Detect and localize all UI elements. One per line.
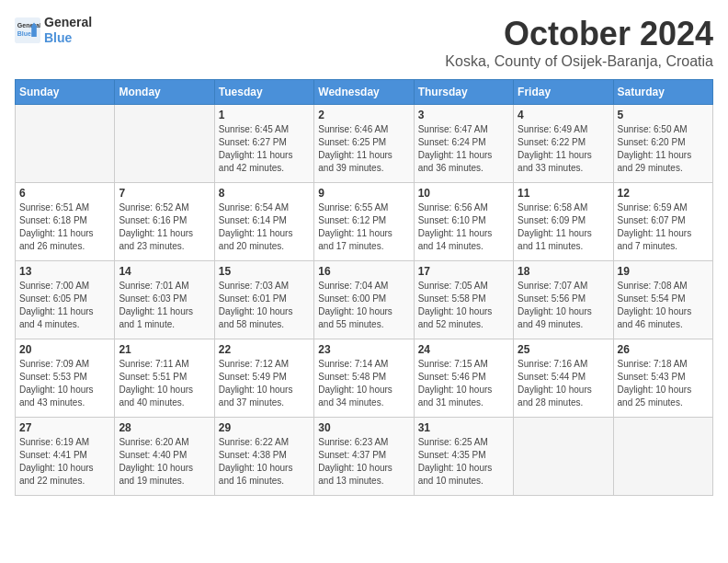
header-cell-saturday: Saturday [613, 80, 712, 105]
svg-text:Blue: Blue [17, 29, 31, 36]
day-number: 19 [618, 265, 709, 278]
calendar-cell: 5Sunrise: 6:50 AMSunset: 6:20 PMDaylight… [613, 105, 712, 183]
day-number: 23 [318, 343, 409, 356]
calendar-cell: 25Sunrise: 7:16 AMSunset: 5:44 PMDayligh… [514, 339, 613, 418]
calendar-cell: 4Sunrise: 6:49 AMSunset: 6:22 PMDaylight… [514, 105, 613, 183]
day-info: Sunrise: 6:25 AMSunset: 4:35 PMDaylight:… [418, 436, 509, 488]
day-number: 22 [219, 343, 310, 356]
calendar-body: 1Sunrise: 6:45 AMSunset: 6:27 PMDaylight… [16, 105, 713, 496]
day-info: Sunrise: 7:16 AMSunset: 5:44 PMDaylight:… [518, 358, 609, 409]
day-number: 12 [618, 187, 709, 200]
header-cell-thursday: Thursday [414, 80, 513, 105]
day-number: 10 [418, 187, 509, 200]
calendar-cell: 3Sunrise: 6:47 AMSunset: 6:24 PMDaylight… [414, 105, 513, 183]
calendar-cell: 21Sunrise: 7:11 AMSunset: 5:51 PMDayligh… [115, 339, 214, 418]
day-info: Sunrise: 7:12 AMSunset: 5:49 PMDaylight:… [219, 358, 310, 409]
subtitle: Koska, County of Osijek-Baranja, Croatia [445, 53, 713, 70]
day-info: Sunrise: 6:54 AMSunset: 6:14 PMDaylight:… [219, 201, 310, 253]
header-cell-monday: Monday [115, 80, 214, 105]
day-number: 17 [418, 265, 509, 278]
calendar-cell: 22Sunrise: 7:12 AMSunset: 5:49 PMDayligh… [214, 339, 313, 418]
day-number: 7 [119, 187, 210, 200]
day-number: 2 [318, 109, 409, 121]
header-cell-sunday: Sunday [16, 80, 115, 105]
day-info: Sunrise: 7:09 AMSunset: 5:53 PMDaylight:… [19, 358, 110, 409]
calendar-cell: 1Sunrise: 6:45 AMSunset: 6:27 PMDaylight… [214, 105, 313, 183]
day-info: Sunrise: 6:46 AMSunset: 6:25 PMDaylight:… [318, 123, 409, 175]
day-info: Sunrise: 7:00 AMSunset: 6:05 PMDaylight:… [19, 280, 110, 331]
day-info: Sunrise: 7:01 AMSunset: 6:03 PMDaylight:… [119, 280, 210, 331]
calendar-cell: 18Sunrise: 7:07 AMSunset: 5:56 PMDayligh… [514, 261, 613, 339]
calendar-table: SundayMondayTuesdayWednesdayThursdayFrid… [15, 79, 713, 496]
logo-line2: Blue [44, 30, 92, 46]
month-title: October 2024 [445, 15, 713, 53]
header-cell-wednesday: Wednesday [314, 80, 414, 105]
calendar-cell: 17Sunrise: 7:05 AMSunset: 5:58 PMDayligh… [414, 261, 513, 339]
day-info: Sunrise: 7:08 AMSunset: 5:54 PMDaylight:… [618, 280, 709, 331]
calendar-cell: 26Sunrise: 7:18 AMSunset: 5:43 PMDayligh… [613, 339, 712, 418]
day-number: 15 [219, 265, 310, 278]
day-info: Sunrise: 6:51 AMSunset: 6:18 PMDaylight:… [19, 201, 110, 253]
calendar-cell: 28Sunrise: 6:20 AMSunset: 4:40 PMDayligh… [115, 418, 214, 496]
day-number: 1 [219, 109, 310, 121]
day-number: 31 [418, 421, 509, 434]
day-number: 24 [418, 343, 509, 356]
calendar-cell [115, 105, 214, 183]
day-number: 4 [518, 109, 609, 121]
day-info: Sunrise: 6:59 AMSunset: 6:07 PMDaylight:… [618, 201, 709, 253]
day-info: Sunrise: 6:58 AMSunset: 6:09 PMDaylight:… [518, 201, 609, 253]
day-number: 3 [418, 109, 509, 121]
calendar-cell: 2Sunrise: 6:46 AMSunset: 6:25 PMDaylight… [314, 105, 414, 183]
calendar-cell: 16Sunrise: 7:04 AMSunset: 6:00 PMDayligh… [314, 261, 414, 339]
calendar-cell: 9Sunrise: 6:55 AMSunset: 6:12 PMDaylight… [314, 183, 414, 261]
page-header: General Blue General Blue October 2024 K… [15, 15, 713, 70]
day-info: Sunrise: 6:22 AMSunset: 4:38 PMDaylight:… [219, 436, 310, 488]
header-row: SundayMondayTuesdayWednesdayThursdayFrid… [16, 80, 713, 105]
calendar-cell: 29Sunrise: 6:22 AMSunset: 4:38 PMDayligh… [214, 418, 313, 496]
day-number: 18 [518, 265, 609, 278]
day-number: 20 [19, 343, 110, 356]
day-info: Sunrise: 6:47 AMSunset: 6:24 PMDaylight:… [418, 123, 509, 175]
day-number: 29 [219, 421, 310, 434]
day-number: 5 [618, 109, 709, 121]
day-number: 30 [318, 421, 409, 434]
logo-line1: General [44, 15, 92, 30]
calendar-cell [514, 418, 613, 496]
day-info: Sunrise: 6:49 AMSunset: 6:22 PMDaylight:… [518, 123, 609, 175]
day-info: Sunrise: 6:23 AMSunset: 4:37 PMDaylight:… [318, 436, 409, 488]
day-info: Sunrise: 7:14 AMSunset: 5:48 PMDaylight:… [318, 358, 409, 409]
day-info: Sunrise: 7:07 AMSunset: 5:56 PMDaylight:… [518, 280, 609, 331]
logo-icon: General Blue [15, 17, 40, 43]
header-cell-tuesday: Tuesday [214, 80, 313, 105]
week-row-3: 13Sunrise: 7:00 AMSunset: 6:05 PMDayligh… [16, 261, 713, 339]
calendar-cell: 6Sunrise: 6:51 AMSunset: 6:18 PMDaylight… [16, 183, 115, 261]
svg-text:General: General [17, 22, 40, 29]
day-info: Sunrise: 6:19 AMSunset: 4:41 PMDaylight:… [19, 436, 110, 488]
day-number: 28 [119, 421, 210, 434]
calendar-cell: 12Sunrise: 6:59 AMSunset: 6:07 PMDayligh… [613, 183, 712, 261]
calendar-cell: 14Sunrise: 7:01 AMSunset: 6:03 PMDayligh… [115, 261, 214, 339]
day-info: Sunrise: 6:55 AMSunset: 6:12 PMDaylight:… [318, 201, 409, 253]
calendar-header: SundayMondayTuesdayWednesdayThursdayFrid… [16, 80, 713, 105]
calendar-cell [613, 418, 712, 496]
day-info: Sunrise: 7:15 AMSunset: 5:46 PMDaylight:… [418, 358, 509, 409]
day-info: Sunrise: 6:56 AMSunset: 6:10 PMDaylight:… [418, 201, 509, 253]
day-number: 26 [618, 343, 709, 356]
calendar-cell: 31Sunrise: 6:25 AMSunset: 4:35 PMDayligh… [414, 418, 513, 496]
day-info: Sunrise: 6:52 AMSunset: 6:16 PMDaylight:… [119, 201, 210, 253]
calendar-cell [16, 105, 115, 183]
day-number: 9 [318, 187, 409, 200]
day-info: Sunrise: 7:18 AMSunset: 5:43 PMDaylight:… [618, 358, 709, 409]
day-info: Sunrise: 7:05 AMSunset: 5:58 PMDaylight:… [418, 280, 509, 331]
calendar-cell: 8Sunrise: 6:54 AMSunset: 6:14 PMDaylight… [214, 183, 313, 261]
title-area: October 2024 Koska, County of Osijek-Bar… [445, 15, 713, 70]
day-number: 14 [119, 265, 210, 278]
day-number: 11 [518, 187, 609, 200]
day-info: Sunrise: 6:45 AMSunset: 6:27 PMDaylight:… [219, 123, 310, 175]
calendar-cell: 10Sunrise: 6:56 AMSunset: 6:10 PMDayligh… [414, 183, 513, 261]
day-number: 6 [19, 187, 110, 200]
week-row-2: 6Sunrise: 6:51 AMSunset: 6:18 PMDaylight… [16, 183, 713, 261]
day-number: 13 [19, 265, 110, 278]
week-row-5: 27Sunrise: 6:19 AMSunset: 4:41 PMDayligh… [16, 418, 713, 496]
day-number: 16 [318, 265, 409, 278]
